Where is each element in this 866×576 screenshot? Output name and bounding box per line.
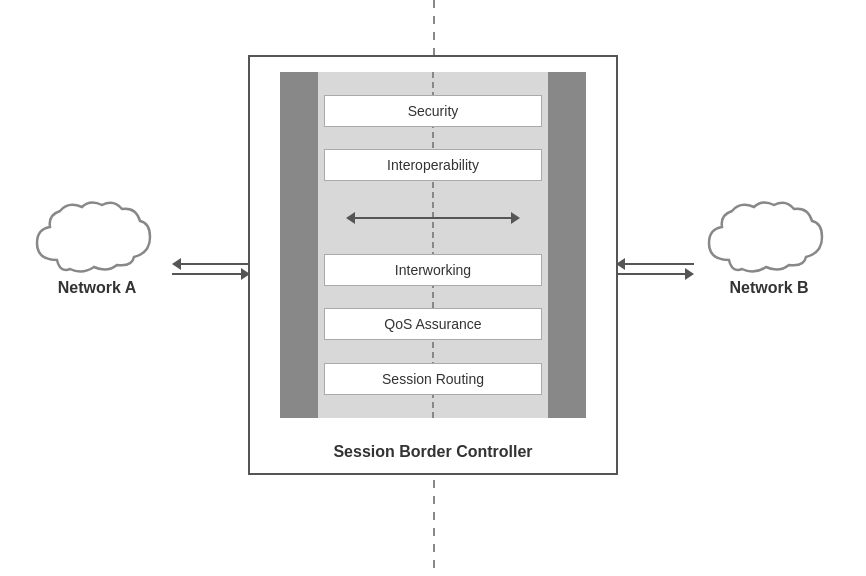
- inner-arrowhead-right: [511, 212, 520, 224]
- interworking-box: Interworking: [324, 254, 542, 286]
- network-b-label: Network B: [729, 279, 808, 297]
- sbc-box: Security Interoperability Interworking Q…: [248, 55, 618, 475]
- network-a-cloud: Network A: [22, 195, 172, 297]
- center-area: Security Interoperability Interworking Q…: [318, 72, 548, 418]
- session-routing-box: Session Routing: [324, 363, 542, 395]
- shaft-b-left: [625, 263, 694, 265]
- interoperability-box: Interoperability: [324, 149, 542, 181]
- security-box: Security: [324, 95, 542, 127]
- inner-arrow-line: [346, 212, 520, 224]
- sbc-title: Session Border Controller: [250, 443, 616, 461]
- network-a-label: Network A: [58, 279, 137, 297]
- arrowhead-right-b: [685, 268, 694, 280]
- col-right: [548, 72, 586, 418]
- arrow-a-right: [172, 268, 250, 280]
- arrow-b-right: [616, 268, 694, 280]
- shaft-a-left: [181, 263, 250, 265]
- inner-area: Security Interoperability Interworking Q…: [280, 72, 586, 418]
- shaft-a-right: [172, 273, 241, 275]
- cloud-a-shape: [32, 195, 162, 275]
- inner-arrow-shaft: [355, 217, 511, 219]
- diagram: Network A Network B: [0, 0, 866, 576]
- qos-box: QoS Assurance: [324, 308, 542, 340]
- col-left: [280, 72, 318, 418]
- inner-arrow-row: [324, 204, 542, 232]
- cloud-b-shape: [704, 195, 834, 275]
- network-b-cloud: Network B: [694, 195, 844, 297]
- shaft-b-right: [616, 273, 685, 275]
- inner-arrowhead-left: [346, 212, 355, 224]
